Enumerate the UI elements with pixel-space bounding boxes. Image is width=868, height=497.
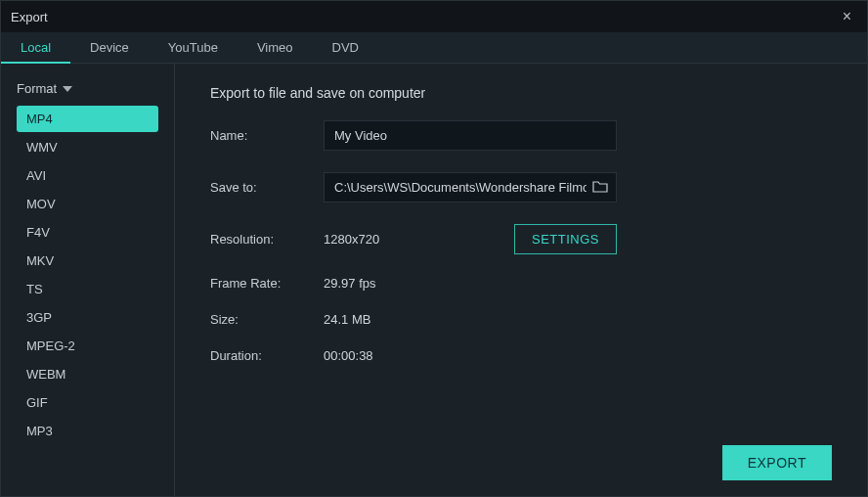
format-label: 3GP bbox=[26, 310, 52, 325]
format-label: MP4 bbox=[26, 112, 53, 126]
format-label: MPEG-2 bbox=[26, 339, 75, 353]
format-label: MP3 bbox=[26, 424, 53, 438]
save-path-wrap bbox=[324, 172, 617, 203]
format-item-mp4[interactable]: MP4 bbox=[17, 106, 158, 132]
format-label: AVI bbox=[26, 168, 46, 183]
tab-vimeo[interactable]: Vimeo bbox=[238, 32, 313, 64]
sidebar-heading[interactable]: Format bbox=[17, 81, 158, 96]
row-resolution: Resolution: 1280x720 SETTINGS bbox=[210, 224, 617, 254]
format-item-mov[interactable]: MOV bbox=[17, 191, 158, 217]
export-label: EXPORT bbox=[748, 455, 806, 471]
titlebar: Export × bbox=[1, 1, 867, 32]
format-item-gif[interactable]: GIF bbox=[17, 389, 158, 416]
frame-rate-label: Frame Rate: bbox=[210, 276, 324, 291]
name-input[interactable] bbox=[324, 120, 617, 151]
format-label: F4V bbox=[26, 225, 50, 240]
frame-rate-value: 29.97 fps bbox=[324, 276, 376, 291]
tab-device[interactable]: Device bbox=[70, 32, 149, 64]
sidebar: Format MP4 WMV AVI MOV F4V MKV TS 3GP MP… bbox=[1, 64, 175, 496]
format-item-wmv[interactable]: WMV bbox=[17, 134, 158, 160]
row-frame-rate: Frame Rate: 29.97 fps bbox=[210, 276, 832, 291]
format-label: MOV bbox=[26, 197, 56, 211]
format-item-mpeg2[interactable]: MPEG-2 bbox=[17, 333, 158, 359]
format-label: TS bbox=[26, 282, 43, 296]
page-title: Export to file and save on computer bbox=[210, 85, 832, 101]
settings-button[interactable]: SETTINGS bbox=[514, 224, 617, 254]
tab-label: YouTube bbox=[168, 40, 218, 55]
size-value: 24.1 MB bbox=[324, 312, 370, 327]
resolution-value: 1280x720 bbox=[324, 232, 379, 247]
tab-local[interactable]: Local bbox=[1, 32, 70, 64]
export-window: Export × Local Device YouTube Vimeo DVD … bbox=[0, 0, 868, 497]
close-icon[interactable]: × bbox=[837, 8, 857, 25]
format-item-avi[interactable]: AVI bbox=[17, 162, 158, 189]
format-item-ts[interactable]: TS bbox=[17, 276, 158, 302]
format-list: MP4 WMV AVI MOV F4V MKV TS 3GP MPEG-2 WE… bbox=[17, 106, 158, 444]
format-item-webm[interactable]: WEBM bbox=[17, 361, 158, 387]
format-item-mkv[interactable]: MKV bbox=[17, 248, 158, 274]
row-save-to: Save to: bbox=[210, 172, 832, 203]
tab-label: Vimeo bbox=[257, 40, 293, 55]
name-label: Name: bbox=[210, 128, 324, 143]
format-label: WEBM bbox=[26, 367, 65, 382]
duration-label: Duration: bbox=[210, 348, 324, 363]
save-path-input[interactable] bbox=[324, 172, 617, 203]
tab-dvd[interactable]: DVD bbox=[313, 32, 378, 64]
duration-value: 00:00:38 bbox=[324, 348, 373, 363]
tab-label: DVD bbox=[332, 40, 359, 55]
tab-bar: Local Device YouTube Vimeo DVD bbox=[1, 32, 867, 64]
settings-label: SETTINGS bbox=[532, 232, 599, 247]
row-size: Size: 24.1 MB bbox=[210, 312, 832, 327]
row-name: Name: bbox=[210, 120, 832, 151]
export-button[interactable]: EXPORT bbox=[722, 445, 832, 480]
tab-label: Local bbox=[21, 40, 51, 55]
save-to-label: Save to: bbox=[210, 180, 324, 195]
size-label: Size: bbox=[210, 312, 324, 327]
format-label: Format bbox=[17, 81, 57, 96]
format-item-mp3[interactable]: MP3 bbox=[17, 418, 158, 444]
row-duration: Duration: 00:00:38 bbox=[210, 348, 832, 363]
main-panel: Export to file and save on computer Name… bbox=[175, 64, 867, 496]
body: Format MP4 WMV AVI MOV F4V MKV TS 3GP MP… bbox=[1, 64, 867, 496]
footer: EXPORT bbox=[210, 445, 832, 480]
chevron-down-icon bbox=[63, 86, 72, 92]
tab-youtube[interactable]: YouTube bbox=[149, 32, 238, 64]
format-label: GIF bbox=[26, 395, 48, 410]
format-label: MKV bbox=[26, 253, 54, 268]
format-label: WMV bbox=[26, 140, 58, 155]
format-item-f4v[interactable]: F4V bbox=[17, 219, 158, 246]
tab-label: Device bbox=[90, 40, 129, 55]
window-title: Export bbox=[11, 10, 48, 24]
resolution-label: Resolution: bbox=[210, 232, 324, 247]
format-item-3gp[interactable]: 3GP bbox=[17, 304, 158, 331]
